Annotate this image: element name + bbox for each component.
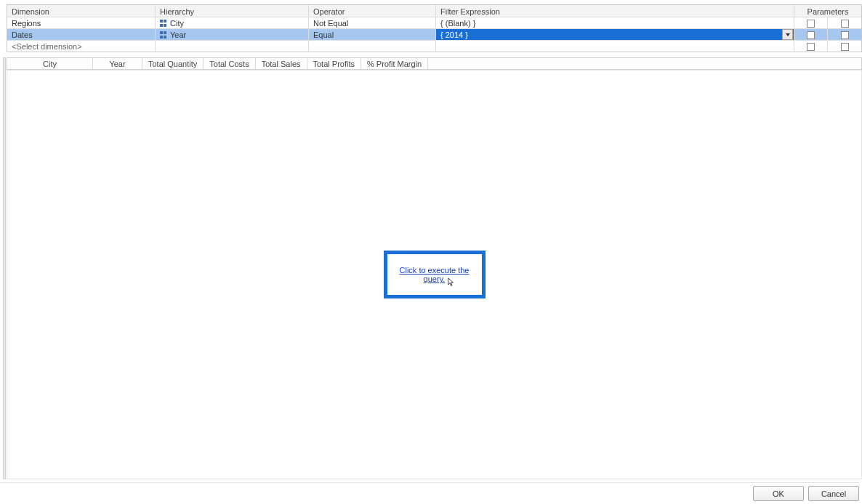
cell-operator[interactable] [309,41,436,52]
col-city[interactable]: City [7,58,93,69]
execute-query-link[interactable]: Click to execute the query. [387,266,482,283]
cell-dimension-placeholder[interactable]: <Select dimension> [7,41,156,52]
cell-hierarchy[interactable]: City [156,17,309,28]
hierarchy-icon [160,20,167,27]
col-year[interactable]: Year [93,58,142,69]
cell-filter-expression-value: { 2014 } [440,30,468,40]
filter-row-dates[interactable]: Dates Year Equal { 2014 } [7,28,861,40]
cell-hierarchy[interactable] [156,41,309,52]
cell-param2[interactable] [828,17,861,28]
filter-row-placeholder[interactable]: <Select dimension> [7,40,861,52]
cell-hierarchy-label: City [170,18,184,28]
cell-dimension[interactable]: Regions [7,17,156,28]
cell-hierarchy[interactable]: Year [156,29,309,40]
cell-dimension[interactable]: Dates [7,29,156,40]
cell-filter-expression[interactable]: { 2014 } [436,29,794,40]
preview-area: Click to execute the query. [7,70,862,479]
cell-hierarchy-label: Year [170,30,186,40]
cell-param1[interactable] [794,29,828,40]
checkbox-icon[interactable] [841,43,849,51]
filter-grid: Dimension Hierarchy Operator Filter Expr… [7,4,862,52]
col-header-filter-expression[interactable]: Filter Expression [436,5,794,17]
cell-param2[interactable] [828,29,861,40]
cancel-button[interactable]: Cancel [808,486,859,501]
checkbox-icon[interactable] [841,31,849,39]
cell-param2[interactable] [828,41,861,52]
col-total-quantity[interactable]: Total Quantity [142,58,204,69]
col-total-sales[interactable]: Total Sales [256,58,307,69]
filter-row-regions[interactable]: Regions City Not Equal { (Blank) } [7,17,861,28]
execute-box: Click to execute the query. [384,251,486,298]
checkbox-icon[interactable] [841,20,849,28]
cell-param1[interactable] [794,41,828,52]
col-total-costs[interactable]: Total Costs [204,58,255,69]
filter-grid-header: Dimension Hierarchy Operator Filter Expr… [7,5,861,17]
cell-filter-expression[interactable] [436,41,794,52]
dropdown-button[interactable] [782,29,793,40]
col-profit-margin[interactable]: % Profit Margin [361,58,428,69]
col-header-operator[interactable]: Operator [309,5,436,17]
checkbox-icon[interactable] [807,43,815,51]
hierarchy-icon [160,31,167,38]
col-header-hierarchy[interactable]: Hierarchy [156,5,309,17]
cell-filter-expression[interactable]: { (Blank) } [436,17,794,28]
checkbox-icon[interactable] [807,31,815,39]
col-total-profits[interactable]: Total Profits [307,58,361,69]
cell-param1[interactable] [794,17,828,28]
cell-operator[interactable]: Not Equal [309,17,436,28]
cell-operator[interactable]: Equal [309,29,436,40]
ok-button[interactable]: OK [753,486,804,501]
col-header-dimension[interactable]: Dimension [7,5,156,17]
result-columns-header: City Year Total Quantity Total Costs Tot… [7,57,862,70]
bottom-bar: OK Cancel [0,482,859,501]
left-rail [3,57,6,479]
col-header-parameters[interactable]: Parameters [794,5,861,17]
checkbox-icon[interactable] [807,20,815,28]
